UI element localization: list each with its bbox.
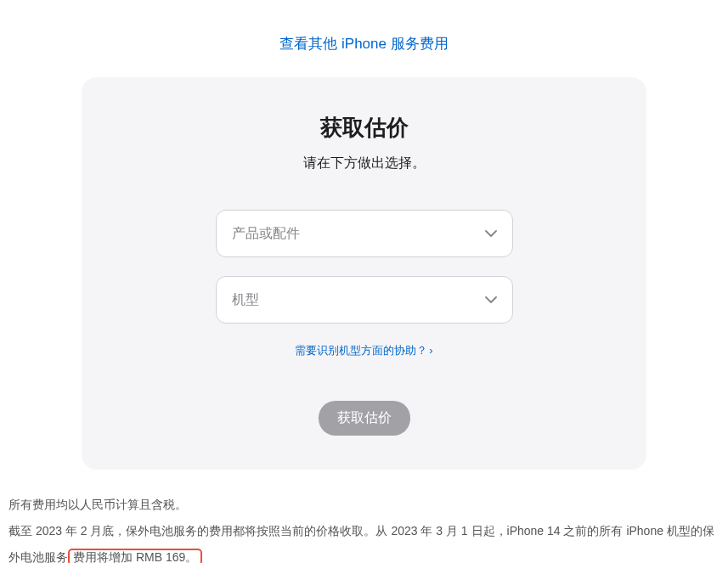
footnote-currency: 所有费用均以人民币计算且含税。 xyxy=(8,492,720,518)
other-services-link[interactable]: 查看其他 iPhone 服务费用 xyxy=(279,36,448,52)
product-select[interactable]: 产品或配件 xyxy=(216,210,513,257)
get-estimate-button[interactable]: 获取估价 xyxy=(319,401,410,436)
estimate-card: 获取估价 请在下方做出选择。 产品或配件 机型 需要识别机型方面的协助？› 获取… xyxy=(82,77,646,470)
product-placeholder: 产品或配件 xyxy=(232,225,300,243)
model-select[interactable]: 机型 xyxy=(216,276,513,324)
card-title: 获取估价 xyxy=(116,113,612,143)
identify-model-help-link[interactable]: 需要识别机型方面的协助？› xyxy=(295,344,432,357)
model-select-wrap: 机型 xyxy=(216,276,513,324)
footnote-price-change: 截至 2023 年 2 月底，保外电池服务的费用都将按照当前的价格收取。从 20… xyxy=(8,518,720,563)
footnotes: 所有费用均以人民币计算且含税。 截至 2023 年 2 月底，保外电池服务的费用… xyxy=(0,470,728,563)
card-subtitle: 请在下方做出选择。 xyxy=(116,155,612,172)
top-link-row: 查看其他 iPhone 服务费用 xyxy=(0,0,728,77)
model-placeholder: 机型 xyxy=(232,291,259,309)
chevron-down-icon xyxy=(485,296,497,303)
help-link-row: 需要识别机型方面的协助？› xyxy=(116,342,612,358)
chevron-right-icon: › xyxy=(429,344,432,357)
product-select-wrap: 产品或配件 xyxy=(216,210,513,257)
help-link-label: 需要识别机型方面的协助？ xyxy=(295,344,427,357)
price-increase-highlight: 费用将增加 RMB 169。 xyxy=(68,549,202,563)
chevron-down-icon xyxy=(485,230,497,237)
